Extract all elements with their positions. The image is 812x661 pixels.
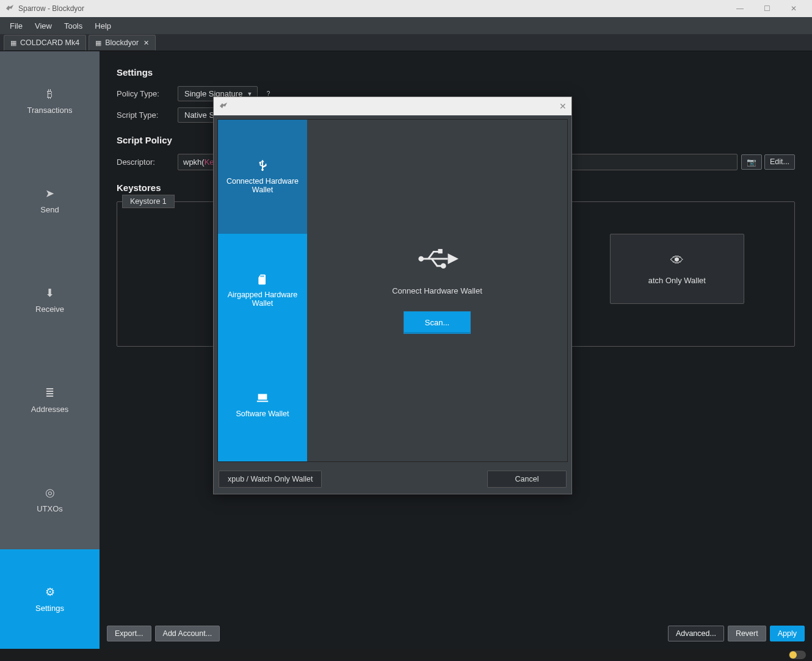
modal-close-button[interactable]: ✕ — [559, 101, 567, 111]
modal-titlebar: ✕ — [214, 97, 571, 115]
modal-content: Connect Hardware Wallet Scan... — [307, 120, 567, 461]
svg-rect-0 — [261, 275, 261, 277]
svg-rect-1 — [262, 275, 263, 277]
sparrow-icon — [219, 101, 228, 111]
modal-heading: Connect Hardware Wallet — [392, 286, 482, 295]
modal-sidebar: Connected Hardware Wallet Airgapped Hard… — [218, 120, 307, 461]
usb-icon — [256, 159, 269, 172]
svg-point-7 — [441, 263, 446, 269]
usb-icon — [416, 247, 459, 270]
laptop-icon — [256, 391, 269, 405]
modal-side-software-wallet[interactable]: Software Wallet — [218, 347, 307, 461]
modal-footer: xpub / Watch Only Wallet Cancel — [214, 466, 571, 494]
svg-rect-4 — [421, 258, 448, 260]
modal-side-label: Software Wallet — [236, 410, 289, 418]
modal-side-connected-hw[interactable]: Connected Hardware Wallet — [218, 120, 307, 234]
svg-rect-2 — [263, 275, 264, 277]
cancel-button[interactable]: Cancel — [487, 471, 567, 488]
scan-button[interactable]: Scan... — [404, 311, 471, 334]
svg-rect-6 — [438, 249, 442, 253]
modal-side-label: Airgapped Hardware Wallet — [222, 291, 303, 308]
modal-overlay: ✕ Connected Hardware Wallet Airgapped Ha… — [0, 0, 812, 661]
svg-marker-5 — [448, 253, 459, 264]
xpub-button[interactable]: xpub / Watch Only Wallet — [219, 471, 322, 488]
sd-card-icon — [256, 273, 269, 286]
keystore-modal: ✕ Connected Hardware Wallet Airgapped Ha… — [213, 96, 572, 494]
modal-side-airgapped-hw[interactable]: Airgapped Hardware Wallet — [218, 234, 307, 348]
modal-side-label: Connected Hardware Wallet — [222, 177, 303, 194]
